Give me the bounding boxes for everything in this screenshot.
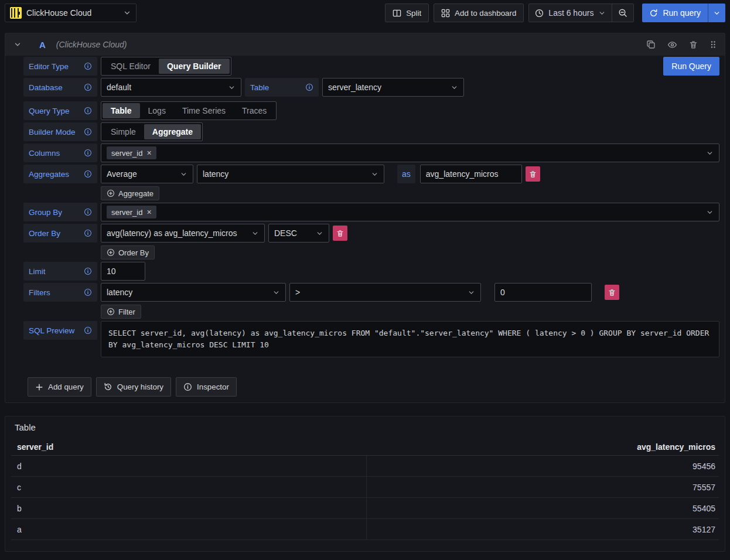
- columns-chip: server_id ×: [107, 146, 156, 159]
- builder-mode-label-box: Builder Mode: [23, 122, 97, 141]
- datasource-picker[interactable]: ClickHouse Cloud: [5, 4, 137, 22]
- add-filter-button[interactable]: Filter: [101, 305, 141, 319]
- chevron-down-icon: [251, 230, 259, 237]
- add-order-by-button[interactable]: Order By: [101, 245, 155, 259]
- info-icon[interactable]: [84, 62, 92, 70]
- datasource-name: ClickHouse Cloud: [26, 8, 118, 18]
- remove-filter-button[interactable]: [605, 285, 619, 300]
- info-icon[interactable]: [84, 267, 92, 275]
- builder-mode-simple[interactable]: Simple: [103, 124, 144, 139]
- duplicate-query-icon[interactable]: [646, 40, 656, 49]
- info-icon[interactable]: [84, 170, 92, 178]
- panel-run-query-button[interactable]: Run Query: [663, 57, 719, 76]
- drag-handle-icon[interactable]: [709, 40, 717, 49]
- collapse-chevron-icon[interactable]: [13, 40, 22, 49]
- hide-query-eye-icon[interactable]: [667, 40, 677, 50]
- query-type-time-series[interactable]: Time Series: [174, 103, 234, 118]
- table-header-row: server_id avg_latency_micros: [11, 438, 719, 456]
- group-by-chip-label: server_id: [111, 208, 142, 217]
- info-icon[interactable]: [84, 208, 92, 216]
- info-icon[interactable]: [305, 83, 313, 91]
- query-type-label: Query Type: [29, 107, 70, 115]
- group-by-chip: server_id ×: [107, 206, 156, 218]
- chevron-down-icon: [706, 149, 714, 157]
- inspector-button[interactable]: Inspector: [176, 377, 237, 397]
- info-icon[interactable]: [84, 288, 92, 296]
- split-button[interactable]: Split: [385, 4, 429, 22]
- filter-operator-select[interactable]: >: [289, 283, 481, 302]
- table-row: a 35127: [11, 519, 719, 540]
- info-icon[interactable]: [84, 326, 92, 334]
- aggregate-column-select[interactable]: latency: [197, 165, 384, 183]
- info-icon[interactable]: [84, 128, 92, 136]
- time-range-picker[interactable]: Last 6 hours: [529, 4, 612, 22]
- cell-avg-latency: 35127: [366, 519, 719, 539]
- aggregate-function-select[interactable]: Average: [101, 165, 193, 183]
- database-select[interactable]: default: [101, 78, 241, 97]
- filter-field-select[interactable]: latency: [101, 283, 286, 302]
- remove-chip-icon[interactable]: ×: [146, 208, 151, 216]
- info-icon[interactable]: [84, 107, 92, 115]
- inspector-label: Inspector: [197, 383, 229, 391]
- group-by-multiselect[interactable]: server_id ×: [101, 203, 719, 221]
- add-query-button[interactable]: Add query: [28, 377, 91, 397]
- remove-order-by-button[interactable]: [333, 226, 347, 241]
- remove-query-trash-icon[interactable]: [689, 40, 698, 49]
- builder-mode-label: Builder Mode: [29, 128, 76, 136]
- info-icon[interactable]: [84, 149, 92, 157]
- run-query-options-caret[interactable]: [708, 4, 725, 22]
- query-ref-id[interactable]: A: [39, 40, 46, 50]
- columns-multiselect[interactable]: server_id ×: [101, 144, 719, 162]
- run-query-button[interactable]: Run query: [642, 4, 708, 22]
- cell-avg-latency: 95456: [366, 456, 719, 476]
- table-label: Table: [250, 83, 269, 92]
- order-by-direction-value: DESC: [274, 228, 311, 238]
- plus-circle-icon: [107, 189, 115, 197]
- table-value: server_latency: [328, 83, 446, 92]
- table-row: c 75557: [11, 477, 719, 498]
- add-aggregate-label: Aggregate: [118, 189, 153, 198]
- column-header-avg-latency-micros[interactable]: avg_latency_micros: [366, 442, 719, 452]
- query-type-logs[interactable]: Logs: [140, 103, 174, 118]
- order-by-field-select[interactable]: avg(latency) as avg_latency_micros: [101, 224, 265, 243]
- filter-value-input[interactable]: [494, 283, 592, 302]
- plus-circle-icon: [107, 248, 115, 257]
- cell-avg-latency: 55405: [366, 498, 719, 518]
- query-type-table[interactable]: Table: [103, 103, 140, 118]
- order-by-direction-select[interactable]: DESC: [268, 224, 329, 243]
- sql-preview-label: SQL Preview: [29, 326, 74, 335]
- time-range-label: Last 6 hours: [548, 8, 593, 18]
- column-header-server-id[interactable]: server_id: [11, 442, 366, 452]
- remove-aggregate-button[interactable]: [526, 166, 540, 182]
- result-table: server_id avg_latency_micros d 95456 c 7…: [11, 438, 719, 540]
- apps-grid-icon: [441, 9, 450, 18]
- cell-avg-latency: 75557: [366, 477, 719, 497]
- explore-toolbar: ClickHouse Cloud Split Add to dashboard …: [0, 0, 730, 26]
- editor-type-query-builder[interactable]: Query Builder: [159, 59, 230, 74]
- query-type-label-box: Query Type: [23, 101, 97, 120]
- zoom-out-time-button[interactable]: [612, 4, 633, 22]
- chevron-down-icon: [451, 84, 458, 91]
- info-icon[interactable]: [84, 229, 92, 237]
- add-to-dashboard-button[interactable]: Add to dashboard: [434, 4, 524, 22]
- query-row-header[interactable]: A (ClickHouse Cloud): [5, 33, 725, 56]
- remove-chip-icon[interactable]: ×: [146, 149, 151, 157]
- query-history-button[interactable]: Query history: [96, 377, 171, 397]
- chevron-down-icon: [180, 170, 187, 178]
- limit-input[interactable]: [101, 262, 145, 281]
- chevron-down-icon: [371, 170, 378, 178]
- table-label-box: Table: [245, 78, 319, 97]
- add-aggregate-button[interactable]: Aggregate: [101, 186, 159, 200]
- filters-label-box: Filters: [23, 283, 97, 302]
- info-icon[interactable]: [84, 83, 92, 91]
- refresh-icon: [649, 9, 658, 18]
- query-type-traces[interactable]: Traces: [234, 103, 275, 118]
- editor-type-label-box: Editor Type: [23, 57, 97, 76]
- sql-preview-text: SELECT server_id, avg(latency) as avg_la…: [101, 321, 719, 357]
- group-by-label: Group By: [29, 208, 62, 217]
- editor-type-sql-editor[interactable]: SQL Editor: [103, 59, 159, 74]
- builder-mode-aggregate[interactable]: Aggregate: [144, 124, 201, 139]
- table-select[interactable]: server_latency: [322, 78, 464, 97]
- aggregate-alias-input[interactable]: [420, 165, 522, 183]
- database-label-box: Database: [23, 78, 97, 97]
